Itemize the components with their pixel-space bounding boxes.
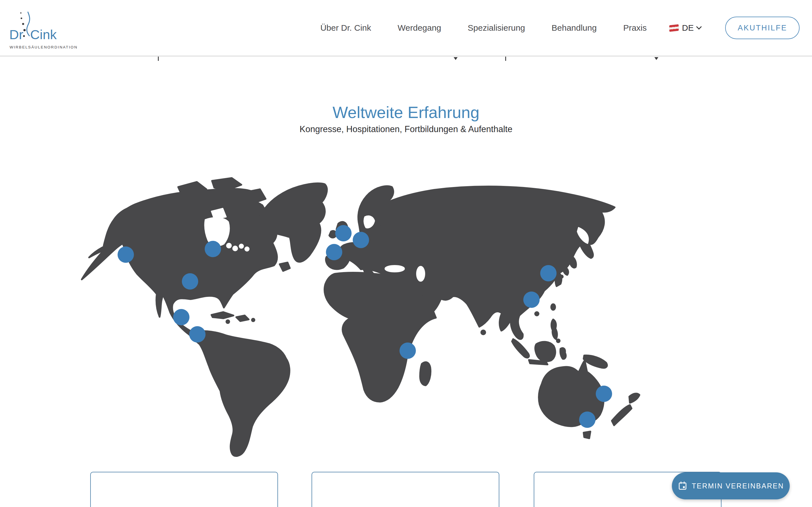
nav-item-ueber-dr-cink[interactable]: Über Dr. Cink xyxy=(320,23,371,33)
section-title: Weltweite Erfahrung xyxy=(0,104,812,121)
info-card xyxy=(90,472,278,507)
brand-word-1: Dr xyxy=(9,28,23,41)
akuthilfe-button[interactable]: AKUTHILFE xyxy=(725,17,800,39)
austria-flag-icon xyxy=(669,24,679,32)
calendar-icon xyxy=(678,481,688,491)
clipped-content-remnant xyxy=(505,57,506,61)
page: Dr Cink WIRBELSÄULENORDINATION Über Dr. … xyxy=(0,0,812,507)
nav-item-spezialisierung[interactable]: Spezialisierung xyxy=(468,23,525,33)
map-marker xyxy=(400,342,416,359)
brand-word-2: Cink xyxy=(30,28,57,41)
world-map xyxy=(79,175,643,458)
map-marker xyxy=(596,386,612,402)
map-marker xyxy=(335,225,352,241)
brand-tagline: WIRBELSÄULENORDINATION xyxy=(10,45,78,49)
map-marker xyxy=(579,411,596,428)
chevron-down-icon xyxy=(696,24,702,30)
map-marker xyxy=(189,326,206,342)
map-marker xyxy=(182,273,198,290)
nav-item-behandlung[interactable]: Behandlung xyxy=(552,23,597,33)
language-code: DE xyxy=(682,23,694,33)
clipped-content-remnant xyxy=(654,57,658,60)
info-card xyxy=(312,472,499,507)
brand-logo[interactable]: Dr Cink WIRBELSÄULENORDINATION xyxy=(9,11,70,47)
site-header: Dr Cink WIRBELSÄULENORDINATION Über Dr. … xyxy=(0,0,812,56)
map-marker xyxy=(523,291,540,308)
termin-vereinbaren-label: TERMIN VEREINBAREN xyxy=(692,482,784,490)
termin-vereinbaren-button[interactable]: TERMIN VEREINBAREN xyxy=(672,472,790,499)
map-marker xyxy=(326,244,342,260)
section-subtitle: Kongresse, Hospitationen, Fortbildungen … xyxy=(0,125,812,133)
map-marker xyxy=(173,309,190,325)
world-map-land xyxy=(82,178,640,456)
clipped-content-remnant xyxy=(158,57,159,61)
nav-item-praxis[interactable]: Praxis xyxy=(623,23,647,33)
main-nav: Über Dr. Cink Werdegang Spezialisierung … xyxy=(320,23,647,33)
clipped-content-remnant xyxy=(454,57,458,60)
language-selector[interactable]: DE xyxy=(669,23,701,33)
map-marker xyxy=(205,241,221,257)
map-marker xyxy=(353,232,369,248)
map-marker xyxy=(117,246,134,263)
nav-item-werdegang[interactable]: Werdegang xyxy=(398,23,441,33)
map-marker xyxy=(540,265,557,281)
